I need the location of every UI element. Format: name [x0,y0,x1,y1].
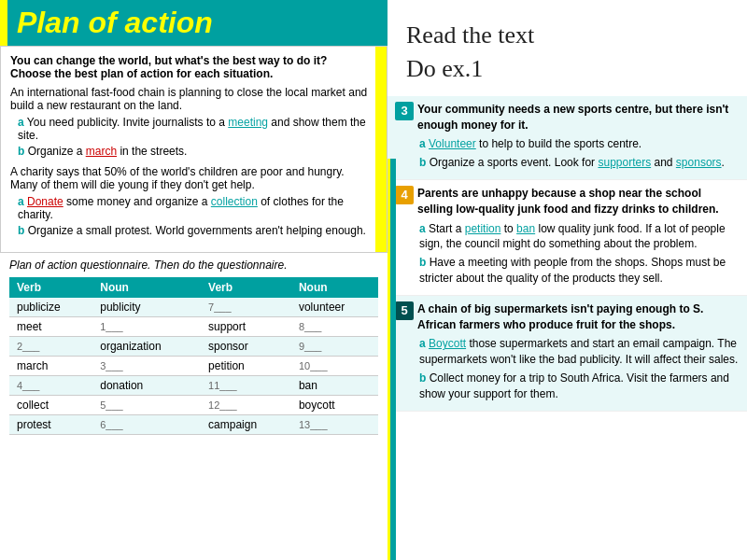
noun: volunteer [291,298,378,317]
verb-noun-table: Verb Noun Verb Noun publicize publicity … [9,277,378,435]
scenario-4-header: 4 Parents are unhappy because a shop nea… [395,186,740,217]
intro-text: You can change the world, but what's the… [10,54,368,80]
page-title: Plan of action [0,0,388,46]
col-noun1: Noun [92,277,201,298]
scenario-4-item-a: a Start a petition to ban low quality ju… [419,221,740,253]
yellow-bar [375,47,387,252]
verb: campaign [201,415,291,435]
scenario-3-items: a Volunteer to help to build the sports … [419,136,740,171]
verb: meet [9,317,92,337]
table-row: march 3___ petition 10___ [9,357,378,376]
questionnaire-label: Plan of action questionnaire. Then do th… [0,253,388,277]
col-verb1: Verb [9,277,92,298]
noun: 9___ [291,337,378,357]
scenario-3-title: Your community needs a new sports centre… [417,102,740,133]
noun: 13___ [291,415,378,435]
col-verb2: Verb [201,277,291,298]
sponsors-link[interactable]: sponsors [676,156,722,169]
scenario-3-num: 3 [395,102,414,120]
noun: donation [92,376,201,396]
ban-link[interactable]: ban [516,222,535,235]
scenario-1-item-a: a You need publicity. Invite journalists… [18,116,368,142]
scenario-1: An international fast-food chain is plan… [10,86,368,158]
verb: march [9,357,92,376]
verb: protest [9,415,92,435]
verb: petition [201,357,291,376]
scenario-2-item-b: b Organize a small protest. World govern… [18,224,368,237]
scenario-5-header: 5 A chain of big supermarkets isn't payi… [395,301,740,333]
scenario-5-title: A chain of big supermarkets isn't paying… [417,301,740,333]
volunteer-link[interactable]: Volunteer [429,137,476,150]
scenario-4-num: 4 [395,186,414,204]
scenario-5-items: a Boycott those supermarkets and start a… [419,336,740,401]
left-panel: Plan of action You can change the world,… [0,0,388,560]
verb: 2___ [9,337,92,357]
scenario-3: 3 Your community needs a new sports cent… [388,96,747,180]
noun: 3___ [92,357,201,376]
scenarios-box: You can change the world, but what's the… [0,46,388,253]
verb: support [201,317,291,337]
verb: publicize [9,298,92,317]
collection-link[interactable]: collection [211,195,258,208]
noun: publicity [92,298,201,317]
table-row: meet 1___ support 8___ [9,317,378,337]
verb: sponsor [201,337,291,357]
verb: collect [9,396,92,415]
scenario-4-items: a Start a petition to ban low quality ju… [419,221,740,287]
verb: 4___ [9,376,92,396]
noun: ban [291,376,378,396]
verb: 11___ [201,376,291,396]
scenario-1-desc: An international fast-food chain is plan… [10,86,368,112]
scenario-5-num: 5 [395,301,414,320]
table-row: collect 5___ 12___ boycott [9,396,378,415]
read-instruction: Read the text Do ex.1 [388,0,747,96]
right-panel: Read the text Do ex.1 3 Your community n… [388,0,747,560]
scenario-2-desc: A charity says that 50% of the world's c… [10,165,368,191]
scenario-3-header: 3 Your community needs a new sports cent… [395,102,740,133]
noun: 10___ [291,357,378,376]
noun: 5___ [92,396,201,415]
march-link[interactable]: march [86,145,117,158]
noun: boycott [291,396,378,415]
table-row: protest 6___ campaign 13___ [9,415,378,435]
scenario-4-title: Parents are unhappy because a shop near … [417,186,740,217]
meeting-link[interactable]: meeting [228,116,268,129]
noun: 1___ [92,317,201,337]
table-row: 4___ donation 11___ ban [9,376,378,396]
petition-link[interactable]: petition [465,222,501,235]
verb: 7___ [201,298,291,317]
teal-divider [390,159,396,560]
col-noun2: Noun [291,277,378,298]
scenario-4-item-b: b Have a meeting with people from the sh… [419,255,740,287]
boycott-link[interactable]: Boycott [429,337,466,350]
scenario-5-item-a: a Boycott those supermarkets and start a… [419,336,740,368]
noun: 8___ [291,317,378,337]
table-row: 2___ organization sponsor 9___ [9,337,378,357]
noun: organization [92,337,201,357]
scenario-5: 5 A chain of big supermarkets isn't payi… [388,296,747,412]
supporters-link[interactable]: supporters [598,156,651,169]
noun: 6___ [92,415,201,435]
scenario-5-item-b: b Collect money for a trip to South Afri… [419,371,740,402]
donate-link[interactable]: Donate [27,195,63,208]
table-row: publicize publicity 7___ volunteer [9,298,378,317]
scenario-2-item-a: a Donate some money and organize a colle… [18,195,368,221]
scenario-2: A charity says that 50% of the world's c… [10,165,368,237]
verb: 12___ [201,396,291,415]
scenario-3-item-b: b Organize a sports event. Look for supp… [419,155,740,171]
scenario-4: 4 Parents are unhappy because a shop nea… [388,180,747,296]
scenario-3-item-a: a Volunteer to help to build the sports … [419,136,740,152]
scenario-1-item-b: b Organize a march in the streets. [18,145,368,158]
